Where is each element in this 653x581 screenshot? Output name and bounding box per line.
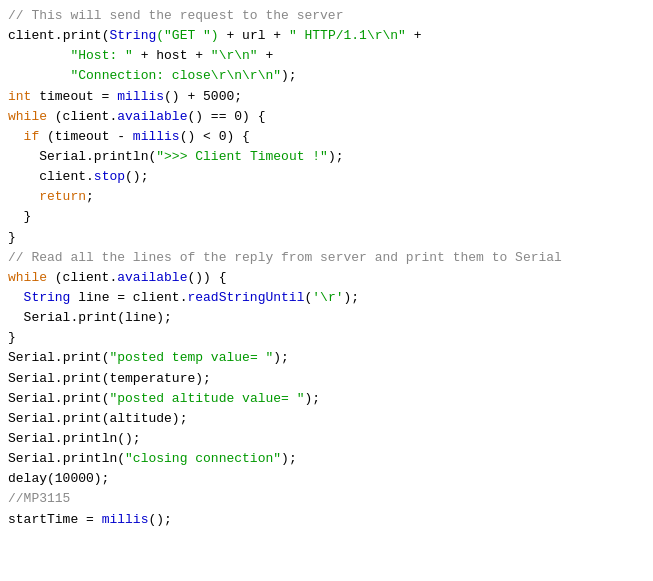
code-line: }	[8, 328, 645, 348]
code-line: Serial.print("posted altitude value= ");	[8, 389, 645, 409]
code-token: timeout =	[31, 89, 117, 104]
code-token: millis	[102, 512, 149, 527]
code-line: while (client.available() == 0) {	[8, 107, 645, 127]
code-token: print	[63, 411, 102, 426]
code-token: int	[8, 89, 31, 104]
code-token: () == 0) {	[187, 109, 265, 124]
code-token: String	[109, 28, 156, 43]
code-token: while	[8, 109, 47, 124]
code-token: '\r'	[312, 290, 343, 305]
code-token: Serial.	[8, 310, 78, 325]
code-token: println	[94, 149, 149, 164]
code-token: }	[8, 230, 16, 245]
code-line: Serial.println("closing connection");	[8, 449, 645, 469]
code-token: " HTTP/1.1\r\n"	[289, 28, 406, 43]
code-token: .	[55, 431, 63, 446]
code-token: print	[63, 391, 102, 406]
code-token: (timeout -	[39, 129, 133, 144]
code-token: +	[406, 28, 422, 43]
code-token: ();	[148, 512, 171, 527]
code-token: line = client.	[70, 290, 187, 305]
code-token: client.	[8, 169, 94, 184]
code-token: readStringUntil	[187, 290, 304, 305]
code-token: "closing connection"	[125, 451, 281, 466]
code-line: // This will send the request to the ser…	[8, 6, 645, 26]
code-token: print	[63, 350, 102, 365]
code-token: }	[8, 209, 31, 224]
code-token: "Connection: close\r\n\r\n"	[70, 68, 281, 83]
code-token: "Host: "	[70, 48, 132, 63]
code-token: return	[39, 189, 86, 204]
code-token: if	[24, 129, 40, 144]
code-token: print	[78, 310, 117, 325]
code-token: //MP3115	[8, 491, 70, 506]
code-token: "posted altitude value= "	[109, 391, 304, 406]
code-token: .	[55, 350, 63, 365]
code-token: startTime =	[8, 512, 102, 527]
code-token	[8, 189, 39, 204]
code-token: Serial	[8, 411, 55, 426]
code-token: available	[117, 109, 187, 124]
code-line: Serial.print(line);	[8, 308, 645, 328]
code-token: (altitude);	[102, 411, 188, 426]
code-token: Serial	[8, 350, 55, 365]
code-token: );	[273, 350, 289, 365]
code-token: .	[55, 391, 63, 406]
code-token: Serial	[8, 371, 55, 386]
code-token: + host +	[133, 48, 211, 63]
code-token: .	[55, 411, 63, 426]
code-token: delay	[8, 471, 47, 486]
code-line: delay(10000);	[8, 469, 645, 489]
code-token: ();	[125, 169, 148, 184]
code-token	[8, 149, 39, 164]
code-token	[8, 129, 24, 144]
code-line: if (timeout - millis() < 0) {	[8, 127, 645, 147]
code-token: (	[117, 451, 125, 466]
code-token: () < 0) {	[180, 129, 250, 144]
code-token: while	[8, 270, 47, 285]
code-token: millis	[117, 89, 164, 104]
code-token: millis	[133, 129, 180, 144]
code-line: Serial.print("posted temp value= ");	[8, 348, 645, 368]
code-token: }	[8, 330, 16, 345]
code-token: .	[55, 451, 63, 466]
code-token: Serial	[39, 149, 86, 164]
code-token: );	[344, 290, 360, 305]
code-token: ("GET ")	[156, 28, 218, 43]
code-token: "posted temp value= "	[109, 350, 273, 365]
code-token: (temperature);	[102, 371, 211, 386]
code-token: Serial	[8, 431, 55, 446]
code-token: ;	[86, 189, 94, 204]
code-token: +	[258, 48, 274, 63]
code-line: client.print(String("GET ") + url + " HT…	[8, 26, 645, 46]
code-line: Serial.println();	[8, 429, 645, 449]
code-token: Serial	[8, 451, 55, 466]
code-line: while (client.available()) {	[8, 268, 645, 288]
code-token: .	[55, 28, 63, 43]
code-line: Serial.print(altitude);	[8, 409, 645, 429]
code-line: Serial.println(">>> Client Timeout !");	[8, 147, 645, 167]
code-token: Serial	[8, 391, 55, 406]
code-token: ">>> Client Timeout !"	[156, 149, 328, 164]
code-token: stop	[94, 169, 125, 184]
code-token: // Read all the lines of the reply from …	[8, 250, 562, 265]
code-line: "Connection: close\r\n\r\n");	[8, 66, 645, 86]
code-token: .	[55, 371, 63, 386]
code-line: }	[8, 207, 645, 227]
code-token: print	[63, 371, 102, 386]
code-line: Serial.print(temperature);	[8, 369, 645, 389]
code-token: (client.	[47, 270, 117, 285]
code-token: );	[305, 391, 321, 406]
code-line: startTime = millis();	[8, 510, 645, 530]
code-token: client	[8, 28, 55, 43]
code-line: "Host: " + host + "\r\n" +	[8, 46, 645, 66]
code-token: () + 5000;	[164, 89, 242, 104]
code-token: (10000);	[47, 471, 109, 486]
code-line: return;	[8, 187, 645, 207]
code-token	[8, 68, 70, 83]
code-line: client.stop();	[8, 167, 645, 187]
code-token: );	[281, 68, 297, 83]
code-line: // Read all the lines of the reply from …	[8, 248, 645, 268]
code-token: println	[63, 451, 118, 466]
code-token: ()) {	[187, 270, 226, 285]
